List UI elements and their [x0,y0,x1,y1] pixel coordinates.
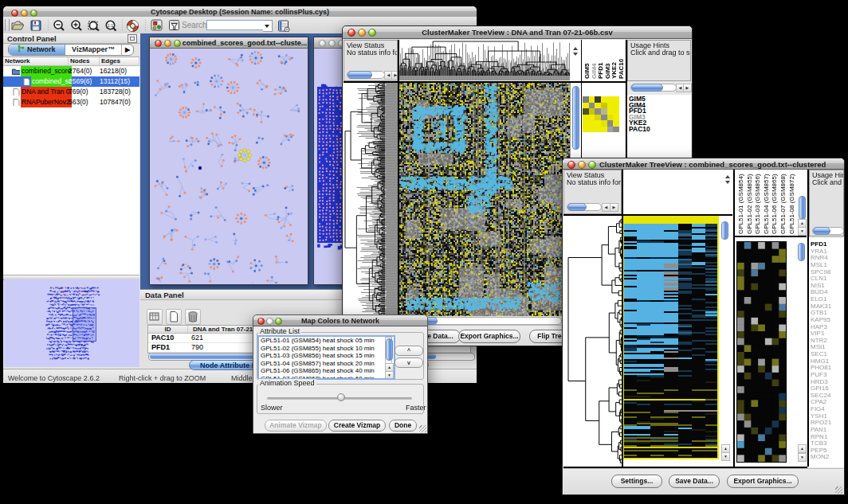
matrix-cell[interactable] [583,127,589,133]
tv1-heatmap[interactable] [399,83,570,316]
attribute-list[interactable]: GPL51-01 (GSM854) heat shock 05 minGPL51… [257,335,395,380]
similarity-matrix[interactable] [583,96,619,132]
column-header-network[interactable]: Network [3,57,69,65]
network-table-row[interactable]: combined_sco 2569(6) 13112(15) [3,76,139,87]
matrix-cell[interactable] [589,120,595,127]
attribute-list-vscrollbar[interactable]: ▲ ▼ [385,337,392,378]
network-table-row[interactable]: RNAPuberNov2+! 563(0) 107847(0) [3,97,139,107]
treeview2-titlebar[interactable]: ClusterMaker TreeView : combined_scores_… [563,158,844,170]
delete-attribute-button[interactable] [185,309,201,325]
network-table-row[interactable]: combined_scores 2764(0) 16218(0) [3,66,139,76]
tv1-labels-hscrollbar[interactable]: ◀ ▶ [630,84,689,92]
tv1-row-dendrogram[interactable] [344,83,398,316]
matrix-cell[interactable] [595,96,601,103]
matrix-cell[interactable] [589,115,595,121]
matrix-cell[interactable] [583,96,589,103]
tv1-column-dendrogram[interactable] [399,40,570,80]
matrix-cell[interactable] [601,120,607,127]
view-status-hscrollbar[interactable]: ◀ ▶ [567,203,620,211]
network-table-row[interactable]: DNA and Tran 07 769(0) 183728(0) [3,87,139,97]
scrollbar-thumb[interactable] [567,203,587,211]
matrix-cell[interactable] [613,127,619,133]
close-button[interactable] [319,40,326,47]
move-up-button[interactable]: ^ [395,346,423,356]
matrix-cell[interactable] [595,120,601,127]
zoom-fit-icon[interactable] [87,19,100,32]
tv2-usage-hscrollbar[interactable] [812,227,844,235]
matrix-cell[interactable] [607,103,614,109]
scroll-down-button[interactable]: ▼ [798,453,807,462]
matrix-cell[interactable] [583,108,589,115]
create-vizmap-button[interactable]: Create Vizmap [328,420,386,432]
matrix-cell[interactable] [595,108,601,115]
attribute-list-item[interactable]: GPL51-03 (GSM856) heat shock 15 min [259,352,394,360]
scrollbar-thumb[interactable] [572,86,579,150]
new-attribute-button[interactable] [166,309,182,325]
attribute-select-button[interactable] [147,309,163,325]
dialog-titlebar[interactable]: Map Colors to Network [253,315,427,326]
column-header-nodes[interactable]: Nodes [69,57,100,65]
tv2-vscrollbar[interactable]: ▲ ▼ [719,216,732,467]
matrix-cell[interactable] [583,103,589,109]
birds-eye-view[interactable] [4,279,139,367]
main-titlebar[interactable]: Cytoscape Desktop (Session Name: collins… [3,6,477,18]
filter-document-icon[interactable] [168,19,182,32]
vizmapper-icon[interactable] [151,19,164,32]
attribute-table-icon[interactable] [277,19,291,32]
matrix-cell[interactable] [595,127,601,133]
tab-vizmapper[interactable]: VizMapper™ [65,45,122,55]
export-graphics-button[interactable]: Export Graphics... [727,475,799,488]
matrix-cell[interactable] [601,127,607,133]
matrix-cell[interactable] [607,115,614,121]
scrollbar-thumb[interactable] [631,84,663,92]
matrix-cell[interactable] [601,108,607,115]
tv2-row-dendrogram[interactable] [563,216,622,467]
zoom-out-icon[interactable] [53,19,66,32]
scrollbar-thumb[interactable] [386,338,393,361]
attribute-list-item[interactable]: GPL51-06 (GSM865) heat shock 40 min [259,367,394,375]
scrollbar-thumb[interactable] [347,71,372,79]
matrix-cell[interactable] [589,108,595,115]
matrix-cell[interactable] [607,108,614,115]
tv2-zoom-vscrollbar[interactable]: ▲ ▼ [797,241,806,463]
scroll-up-button[interactable]: ▲ [798,444,807,453]
matrix-cell[interactable] [613,108,619,115]
matrix-cell[interactable] [607,96,614,103]
scroll-right-button[interactable]: ▶ [610,203,618,212]
tab-overflow-arrow[interactable]: ▶ [122,45,133,55]
minimize-button[interactable] [328,40,336,47]
scroll-down-button[interactable]: ▼ [721,452,730,461]
zoom-in-icon[interactable] [70,19,84,32]
matrix-cell[interactable] [613,115,619,121]
tv2-heatmap[interactable] [623,216,719,459]
matrix-cell[interactable] [613,103,619,109]
scrollbar-thumb[interactable] [799,196,806,220]
resize-grip[interactable] [835,486,842,494]
export-graphics-button[interactable]: Export Graphics... [458,330,520,343]
attribute-list-item[interactable]: GPL51-02 (GSM855) heat shock 10 min [259,345,394,353]
scroll-down-icon[interactable] [573,53,578,58]
matrix-cell[interactable] [583,115,589,121]
matrix-cell[interactable] [613,120,619,127]
scroll-up-icon[interactable] [573,45,578,50]
matrix-cell[interactable] [601,115,607,121]
slider-thumb-cap[interactable] [337,393,345,401]
open-folder-icon[interactable] [10,19,24,32]
matrix-cell[interactable] [583,120,589,127]
zoom-selected-icon[interactable]: 1:1 [104,19,118,32]
column-header-edges[interactable]: Edges [100,57,139,65]
matrix-cell[interactable] [595,115,601,121]
matrix-cell[interactable] [589,127,595,133]
attribute-list-item[interactable]: GPL51-01 (GSM854) heat shock 05 min [259,337,394,345]
matrix-cell[interactable] [589,96,595,103]
network-view-titlebar[interactable]: combined_scores_good.txt--cluste... [150,37,308,49]
attribute-list-item[interactable]: GPL51-04 (GSM857) heat shock 20 min [259,360,394,368]
matrix-cell[interactable] [589,103,595,109]
tv2-labels-vscrollbar[interactable]: ▲ ▼ [798,170,806,235]
scroll-right-button[interactable]: ▶ [391,71,398,80]
done-button[interactable]: Done [389,420,417,432]
float-panel-icon[interactable] [128,34,137,43]
help-lifesaver-icon[interactable] [126,19,139,32]
resize-grip[interactable] [419,425,426,432]
toolbar-drag-handle[interactable] [5,19,10,31]
